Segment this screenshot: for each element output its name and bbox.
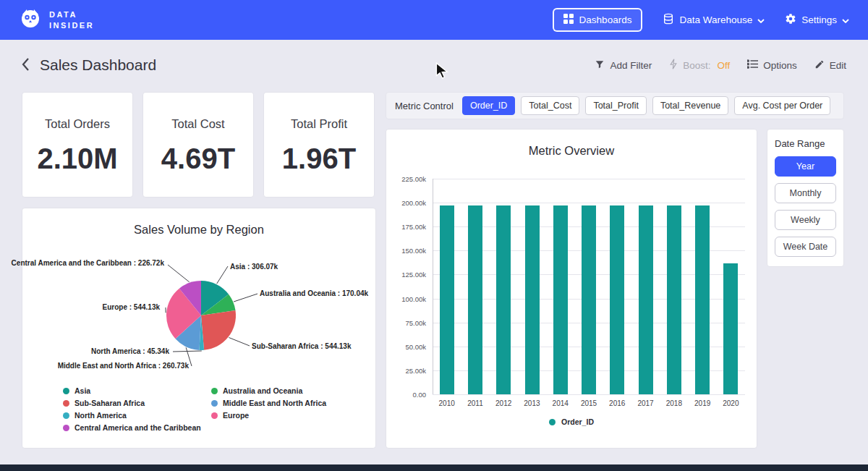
metric-control-label: Metric Control [395,101,454,111]
x-axis-tick: 2013 [518,399,546,407]
chevron-down-icon [842,14,849,25]
boost-label: Boost: [683,60,710,71]
y-axis-tick: 100.00k [386,295,426,303]
metric-button-order-id[interactable]: Order_ID [462,96,515,115]
pie-legend-col-2: Australia and Oceania Middle East and No… [211,386,359,436]
boost-toggle[interactable]: Boost: Off [669,59,730,72]
kpi-label: Total Profit [264,117,374,131]
right-column: Metric Control Order_ID Total_Cost Total… [386,92,844,449]
bar-2017 [639,205,653,394]
dashboards-label: Dashboards [579,14,632,25]
kpi-value: 2.10M [22,143,132,175]
date-range-label: Date Range [775,138,836,149]
subheader: Sales Dashboard Add Filter Boost: Off [0,40,868,76]
x-axis-tick: 2015 [574,399,603,407]
date-range-year-button[interactable]: Year [775,156,836,177]
pie-callout-asia: Asia : 306.07k [230,263,278,271]
date-range-monthly-button[interactable]: Monthly [775,183,836,203]
legend-item: Asia [63,386,211,395]
settings-label: Settings [801,14,837,25]
metric-control-bar: Metric Control Order_ID Total_Cost Total… [386,92,844,119]
main-content: Total Orders 2.10M Total Cost 4.69T Tota… [22,92,846,449]
kpi-card-total-cost: Total Cost 4.69T [142,92,254,198]
pie-slice-2 [201,310,236,350]
legend-dot [63,425,69,431]
metric-button-total-profit[interactable]: Total_Profit [585,96,647,115]
bar-2013 [525,205,540,394]
legend-item: Australia and Oceania [211,386,359,395]
legend-label: Asia [75,386,90,395]
settings-menu[interactable]: Settings [785,13,849,27]
gridline [433,179,745,179]
kpi-label: Total Orders [22,117,132,131]
brand-line2: INSIDER [49,20,94,31]
kpi-card-total-orders: Total Orders 2.10M [22,92,133,198]
x-axis-tick: 2010 [433,399,461,407]
y-axis-tick: 0.00 [386,391,426,399]
pie-chart-panel: Sales Volume by Region Asia : 306.07k Au… [22,208,376,449]
add-filter-button[interactable]: Add Filter [595,59,652,72]
options-button[interactable]: Options [747,59,797,71]
pie-callout-north-america: North America : 45.34k [91,347,169,355]
legend-item: Central America and the Caribbean [63,423,211,432]
pie-leader-line [168,265,190,282]
y-axis-tick: 25.00k [386,367,426,375]
x-axis-tick: 2020 [717,399,745,407]
options-label: Options [763,60,797,71]
gridline [433,394,745,395]
data-warehouse-menu[interactable]: Data Warehouse [663,13,765,27]
pie-callout-australia-oceania: Australia and Oceania : 170.04k [260,289,368,297]
date-range-panel: Date Range Year Monthly Weekly Week Date [767,129,844,267]
bar-2012 [496,205,511,394]
chart-row: Metric Overview 0.0025.00k50.00k75.00k10… [386,129,844,449]
legend-item: Sub-Saharan Africa [63,399,211,407]
legend-dot [63,400,69,407]
bar-2018 [667,205,681,394]
left-column: Total Orders 2.10M Total Cost 4.69T Tota… [22,92,376,449]
legend-dot [211,388,218,394]
edit-button[interactable]: Edit [814,59,846,72]
y-axis-line [433,179,433,394]
x-axis-tick: 2018 [660,399,688,407]
y-axis-tick: 50.00k [386,343,426,351]
pie-leader-line [229,338,250,347]
y-axis-tick: 125.00k [386,271,426,279]
metric-button-avg-cost-per-order[interactable]: Avg. Cost per Order [734,96,830,115]
y-axis-tick: 75.00k [386,319,426,327]
y-axis-tick: 225.00k [386,175,426,183]
metric-button-total-cost[interactable]: Total_Cost [521,96,579,115]
bar-2020 [723,263,738,394]
x-axis-tick: 2012 [490,399,518,407]
x-axis-tick: 2019 [689,399,717,407]
x-axis-tick: 2017 [631,399,660,407]
metric-button-total-revenue[interactable]: Total_Revenue [652,96,728,115]
dashboards-button[interactable]: Dashboards [553,8,643,32]
page: DATA INSIDER Dashboards [0,0,868,449]
pie-callout-central-america: Central America and the Caribbean : 226.… [12,259,164,267]
legend-item: Europe [211,411,359,420]
pie-leader-line [234,294,258,302]
legend-label: Central America and the Caribbean [75,423,201,432]
date-range-weekly-button[interactable]: Weekly [775,210,836,230]
x-axis-tick: 2014 [546,399,574,407]
legend-dot [549,419,556,425]
filter-funnel-icon [595,59,605,72]
back-button[interactable] [22,58,30,73]
date-range-week-date-button[interactable]: Week Date [775,237,836,257]
pie-legend: Asia Sub-Saharan Africa North America [63,386,359,436]
page-title: Sales Dashboard [40,56,156,74]
legend-dot [211,400,218,407]
owl-logo-icon [19,7,42,33]
data-warehouse-label: Data Warehouse [679,14,752,25]
bar-chart-panel: Metric Overview 0.0025.00k50.00k75.00k10… [386,129,757,449]
top-navbar: DATA INSIDER Dashboards [0,0,868,40]
legend-label: North America [75,411,127,420]
pie-callout-mena: Middle East and North Africa : 260.73k [58,362,189,370]
pie-callout-sub-saharan-africa: Sub-Saharan Africa : 544.13k [252,342,351,350]
bar-2011 [468,205,482,394]
legend-label: Europe [223,411,249,420]
chevron-left-icon [22,58,30,73]
kpi-label: Total Cost [143,117,253,131]
gridline [433,203,745,203]
y-axis-tick: 200.00k [386,199,426,207]
